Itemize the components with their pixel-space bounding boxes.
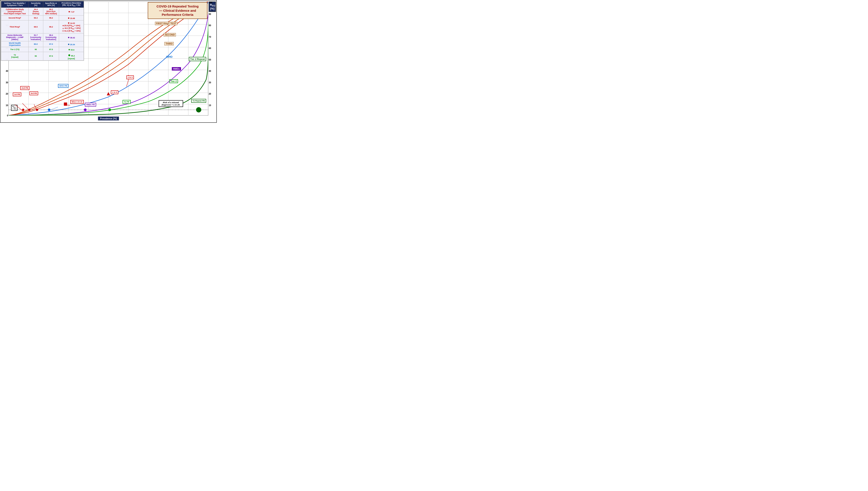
third-ragt-specificity: 99.2 [43, 20, 59, 33]
y-tick-50-right: 50 [209, 59, 211, 61]
second-ragt-pb-dot [28, 109, 30, 111]
tier2-pb-cell: ● 50.6 [59, 47, 84, 52]
hmdx-specificity: 98.4[communityevaluation] [43, 33, 59, 41]
second-pb-annotation: 2nd PB [20, 86, 29, 90]
y-tick-90-right: 90 [209, 13, 211, 16]
second-ragt-label: SECOND [164, 33, 176, 36]
miss-1-in-10-marker [64, 103, 67, 106]
t2-pb-annotation: T2 PB [122, 100, 131, 104]
col-header-setting: Setting / Test Modality /Symptoms / Tier… [1, 1, 29, 8]
hmdx-dot: ● [68, 36, 69, 39]
hmdx-pb-annotation: HMDx PB [85, 103, 96, 107]
third-ragt-label: THIRD [164, 42, 174, 46]
one-in-3-annotation: 1 in 3 [126, 76, 134, 79]
t2-repeat-pb-annotation: T2 Repeat PB [191, 99, 206, 103]
first-ragt-label: FIRST RAgT TEST [155, 22, 177, 25]
table-row-third-ragt: Third RAgT 68.5 99.2 ● 14.22 ■ 25.9 [if … [1, 20, 84, 33]
who-pb-dot [48, 109, 50, 111]
tier2-repeat-specificity: 97.5 [43, 52, 59, 60]
col-header-sensitivity: Sensitivity[%] [29, 1, 43, 8]
tier2-sensitivity: 95 [29, 47, 43, 52]
table-row-first-ragt: Collaborative Study[asymptomatic]First R… [1, 7, 84, 16]
first-pb-annotation: 1st PB [13, 92, 21, 96]
y-tick-100-right: 100 [209, 1, 212, 4]
y-tick-40-left: 40 [6, 70, 8, 72]
who-setting: World HealthOrganization [1, 41, 29, 47]
t2-pb-dot [109, 109, 111, 111]
second-ragt-setting: Second RAgT [1, 16, 29, 20]
table-row-second-ragt: Second RAgT 55.3 99.2 ● 10.46 [1, 16, 84, 20]
who-curve-label: WHO [166, 55, 172, 58]
hmdx-pb-cell: ● 38.42 [59, 33, 84, 41]
who-dot: ● [68, 42, 69, 46]
third-ragt-sensitivity: 68.5 [29, 20, 43, 33]
third-ragt-pb-cell: ● 14.22 ■ 25.9 [if RFO = 10%] ▲ 44.1 [if… [59, 20, 84, 33]
second-ragt-pb-value: 10.46 [70, 17, 75, 20]
data-table-container: Setting / Test Modality /Symptoms / Tier… [1, 1, 84, 61]
tier2-pb-value: 50.6 [70, 49, 75, 51]
hmdx-sensitivity: 91.7[communityevaluation] [29, 33, 43, 41]
data-table: Setting / Test Modality /Symptoms / Tier… [1, 1, 84, 60]
tier2-repeat-pb-cell: ● 95.2[repeat] [59, 52, 84, 60]
tier2-curve-label: Tier 2 [169, 79, 178, 83]
y-tick-10-left: 10 [6, 104, 8, 107]
tier2-repeat-dot: ● [68, 53, 70, 57]
second-ragt-specificity: 99.2 [43, 16, 59, 20]
hmdx-curve-label: HMDx [172, 67, 181, 70]
second-ragt-sensitivity: 55.3 [29, 16, 43, 20]
y-tick-20-left: 20 [6, 93, 8, 95]
first-ragt-setting: Collaborative Study[asymptomatic]First R… [1, 7, 29, 16]
table-row-who: World HealthOrganization 80.0 97.0 ● 20.… [1, 41, 84, 47]
second-ragt-dot: ● [68, 16, 69, 20]
y-tick-30-left: 30 [6, 81, 8, 84]
first-ragt-pb-cell: ● 7.37 [59, 7, 84, 16]
y-tick-0-left: 0 [7, 114, 8, 117]
tier2-dot: ● [68, 48, 70, 51]
table-row-hmdx: Home MolecularDiagnostic – LAMP[HMDx] 91… [1, 33, 84, 41]
third-ragt-dot: ● [68, 21, 69, 25]
hmdx-pb-dot [84, 109, 87, 111]
y-tick-30-right: 30 [209, 81, 211, 84]
third-ragt-pb-dot [36, 109, 38, 111]
first-ragt-dot: ● [68, 10, 70, 13]
who-sensitivity: 80.0 [29, 41, 43, 47]
tier2-repeat-sensitivity: 95 [29, 52, 43, 60]
col-header-specificity: Specificity orNPA [%] [43, 1, 59, 8]
y-tick-80-right: 80 [209, 24, 211, 27]
hmdx-pb-value: 38.42 [70, 37, 75, 39]
t2-repeat-pb-dot [196, 107, 201, 112]
tier2-specificity: 97.5 [43, 47, 59, 52]
chart-title: COVID-19 Repeated Testing— Clinical Evid… [148, 2, 207, 19]
tier2-setting: Tier 2 (T2) [1, 47, 29, 52]
who-pb-cell: ● 20.34 [59, 41, 84, 47]
who-pb-value: 20.34 [70, 44, 75, 46]
main-container: RFO [%] 100 90 80 70 60 50 40 30 20 10 0… [0, 0, 217, 123]
tier2-repeat-curve-label: Tier 2 Repeat [189, 57, 206, 61]
third-ragt-pb-value: 14.22 [70, 22, 75, 24]
first-ragt-pb-dot [22, 109, 24, 111]
y-tick-40-right: 40 [209, 70, 211, 72]
first-ragt-pb-value: 7.37 [70, 11, 75, 13]
y-tick-10-right: 10 [209, 104, 211, 107]
tier2-repeat-setting: T2[repeat] [1, 52, 29, 60]
hmdx-setting: Home MolecularDiagnostic – LAMP[HMDx] [1, 33, 29, 41]
third-ragt-setting: Third RAgT [1, 20, 29, 33]
table-row-tier2: Tier 2 (T2) 95 97.5 ● 50.6 [1, 47, 84, 52]
title-text: COVID-19 Repeated Testing— Clinical Evid… [156, 4, 199, 17]
who-pb-annotation: WHO PB [58, 84, 68, 88]
rfo-5pct-annotation: RFO= 5% [11, 105, 18, 111]
first-ragt-specificity: 99.2[FDA EUANPA median] [43, 7, 59, 16]
y-tick-70-right: 70 [209, 36, 211, 38]
first-ragt-sensitivity: 34.4[hometesting] [29, 7, 43, 16]
missed-diagnosis-annotation: Risk of a missed diagnosis = 1 in 20. [158, 100, 183, 107]
miss-1-in-10-annotation: Miss 1 in 10 [70, 100, 84, 104]
y-axis-right: RFO[%] 100 90 80 70 60 50 40 30 20 10 [208, 1, 216, 116]
y-tick-60-right: 60 [209, 47, 211, 50]
one-in-5-annotation: 1 in 5 [111, 90, 118, 94]
table-row-tier2-repeat: T2[repeat] 95 97.5 ● 95.2[repeat] [1, 52, 84, 60]
y-tick-20-right: 20 [209, 93, 211, 95]
who-specificity: 97.0 [43, 41, 59, 47]
col-header-pb: Prevalence Boundary[PB, %] at RFO = 5% [59, 1, 84, 8]
third-pb-annotation: 3rd PB [29, 91, 38, 95]
second-ragt-pb-cell: ● 10.46 [59, 16, 84, 20]
